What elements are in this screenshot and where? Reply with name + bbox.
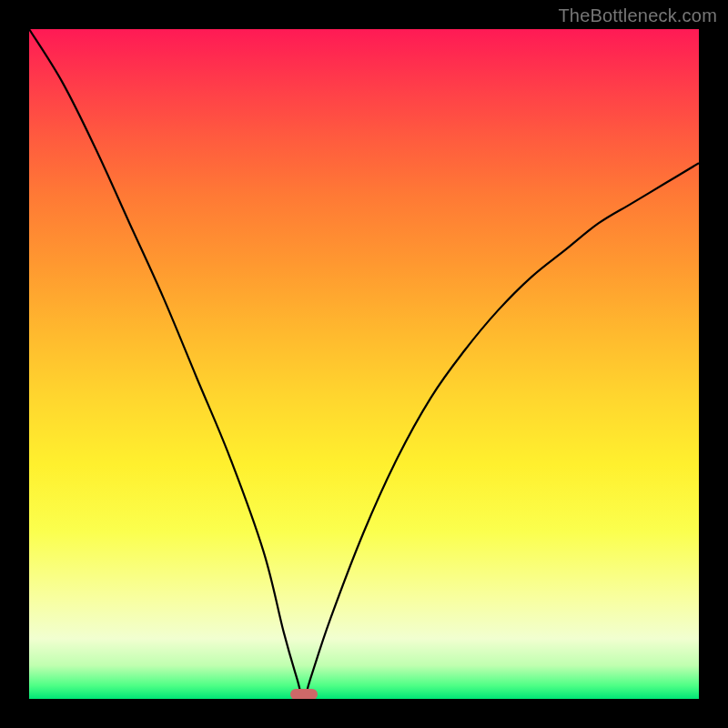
bottleneck-curve	[29, 29, 699, 699]
plot-area	[29, 29, 699, 699]
chart-frame: TheBottleneck.com	[0, 0, 728, 728]
optimum-marker	[290, 689, 318, 699]
attribution-text: TheBottleneck.com	[558, 5, 717, 26]
curve-layer	[29, 29, 699, 699]
